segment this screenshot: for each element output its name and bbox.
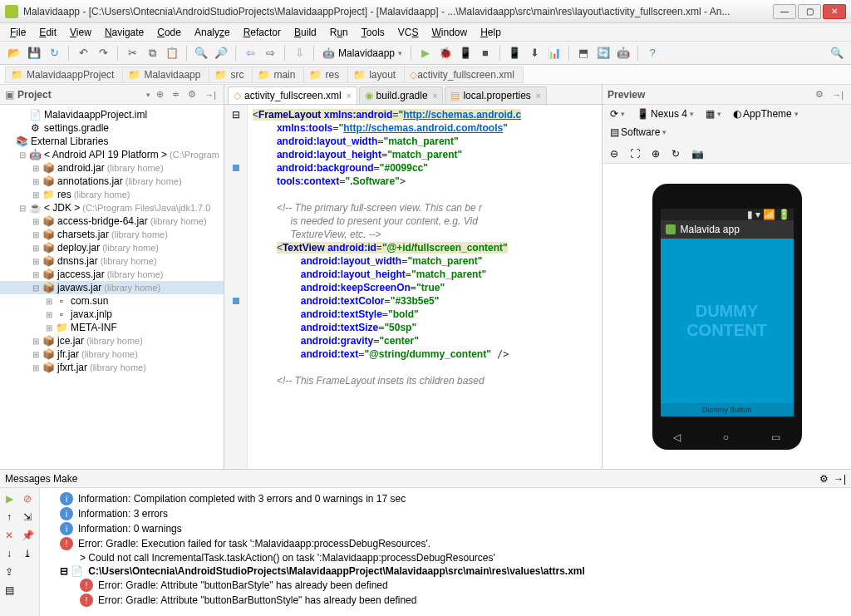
tree-item[interactable]: ⊞▫com.sun: [0, 294, 224, 308]
menu-code[interactable]: Code: [150, 25, 188, 40]
sync2-icon[interactable]: 🔄: [594, 44, 612, 62]
stop-icon[interactable]: ■: [476, 44, 494, 62]
rerun-icon[interactable]: ▶: [2, 491, 17, 506]
pin-icon[interactable]: 📌: [20, 528, 35, 543]
error-filter-icon[interactable]: ⊘: [20, 491, 35, 506]
tree-item[interactable]: ⊞📦deploy.jar(library home): [0, 241, 224, 254]
crumb-layout[interactable]: 📁layout: [347, 67, 405, 83]
hide-icon[interactable]: →|: [834, 473, 846, 485]
crumb-project[interactable]: 📁MalavidaappProject: [5, 67, 123, 83]
tree-item[interactable]: ⊞▫javax.jnlp: [0, 308, 224, 321]
avd-icon[interactable]: 📱: [505, 44, 524, 62]
tree-item[interactable]: ⊞📦dnsns.jar(library home): [0, 254, 224, 268]
hide-icon[interactable]: →|: [202, 90, 219, 100]
screenshot-icon[interactable]: 📷: [687, 146, 708, 161]
minimize-button[interactable]: —: [773, 4, 796, 19]
theme-dropdown[interactable]: ◐ AppTheme: [729, 106, 803, 121]
code-editor[interactable]: ⊟ <FrameLayout xmlns:android="http://sch…: [224, 105, 602, 469]
menu-help[interactable]: Help: [474, 25, 508, 40]
color-swatch-icon[interactable]: [233, 298, 239, 304]
tree-item[interactable]: ⊞📁res(library home): [0, 188, 224, 201]
debug-icon[interactable]: 🐞: [436, 44, 455, 62]
expand-icon[interactable]: ⇲: [20, 510, 35, 525]
zoom-in-icon[interactable]: ⊕: [647, 146, 664, 161]
find-icon[interactable]: 🔍: [192, 44, 210, 62]
hide-icon[interactable]: →|: [829, 90, 846, 100]
message-row[interactable]: iInformation: Compilation completed with…: [43, 491, 848, 506]
tab-build-gradle[interactable]: ◉build.gradle×: [359, 86, 444, 104]
make-icon[interactable]: ⇩: [290, 44, 308, 62]
android2-icon[interactable]: 🤖: [614, 44, 632, 62]
crumb-file[interactable]: ◇ activity_fullscreen.xml: [404, 67, 524, 83]
crumb-module[interactable]: 📁Malavidaapp: [122, 67, 209, 83]
tree-item[interactable]: ⊞📦jaccess.jar(library home): [0, 268, 224, 281]
menu-navigate[interactable]: Navigate: [98, 25, 150, 40]
gear-icon[interactable]: ⚙: [819, 473, 829, 485]
project-tree[interactable]: 📄MalavidaappProject.iml⚙settings.gradle📚…: [0, 105, 224, 469]
tree-item[interactable]: ⊞📦annotations.jar(library home): [0, 175, 224, 188]
message-row[interactable]: !Error: Gradle: Attribute "buttonBarButt…: [43, 593, 848, 608]
menu-run[interactable]: Run: [323, 25, 355, 40]
forward-icon[interactable]: ⇨: [261, 44, 279, 62]
undo-icon[interactable]: ↶: [74, 44, 92, 62]
close-tab-icon[interactable]: ×: [536, 91, 541, 101]
refresh-icon[interactable]: ↻: [667, 146, 684, 161]
menu-file[interactable]: File: [3, 25, 32, 40]
tree-item[interactable]: ⚙settings.gradle: [0, 121, 224, 135]
crumb-main[interactable]: 📁main: [252, 67, 304, 83]
menu-view[interactable]: View: [63, 25, 98, 40]
messages-tree[interactable]: iInformation: Compilation completed with…: [40, 488, 851, 616]
message-row[interactable]: !Error: Gradle: Execution failed for tas…: [43, 536, 848, 551]
zoom-out-icon[interactable]: ⊖: [606, 146, 622, 161]
open-icon[interactable]: 📂: [5, 44, 23, 62]
tree-item[interactable]: ⊞📦jfr.jar(library home): [0, 347, 224, 361]
close-tab-icon[interactable]: ×: [347, 91, 352, 101]
tab-activity-fullscreen[interactable]: ◇activity_fullscreen.xml×: [228, 86, 357, 104]
tree-item[interactable]: ⊞📦access-bridge-64.jar(library home): [0, 214, 224, 228]
code-content[interactable]: <FrameLayout xmlns:android="http://schem…: [248, 105, 602, 469]
redo-icon[interactable]: ↷: [94, 44, 112, 62]
zoom-fit-icon[interactable]: ⛶: [626, 146, 644, 161]
run-icon[interactable]: ▶: [416, 44, 435, 62]
monitor-icon[interactable]: 📊: [545, 44, 563, 62]
autoscroll-icon[interactable]: ⤓: [20, 546, 35, 561]
menu-vcs[interactable]: VCS: [391, 25, 426, 40]
gear-icon[interactable]: ⚙: [185, 89, 199, 100]
menu-tools[interactable]: Tools: [355, 25, 391, 40]
tree-item[interactable]: 📚External Libraries: [0, 135, 224, 148]
search-everywhere-icon[interactable]: 🔍: [828, 44, 846, 62]
tree-item[interactable]: 📄MalavidaappProject.iml: [0, 108, 224, 121]
tab-local-properties[interactable]: ▤local.properties×: [445, 86, 546, 104]
structure-icon[interactable]: ⬒: [574, 44, 593, 62]
tree-item[interactable]: ⊟☕< JDK >(C:\Program Files\Java\jdk1.7.0: [0, 201, 224, 214]
message-row[interactable]: > Could not call IncrementalTask.taskAct…: [43, 551, 848, 564]
tree-item[interactable]: ⊟🤖< Android API 19 Platform >(C:\Program: [0, 148, 224, 161]
copy-icon[interactable]: ⧉: [143, 44, 161, 62]
orientation-dropdown[interactable]: ⟳: [606, 106, 629, 121]
sdk-icon[interactable]: ⬇: [525, 44, 544, 62]
run-config-selector[interactable]: 🤖 Malavidaapp ▾: [319, 47, 406, 59]
menu-analyze[interactable]: Analyze: [188, 25, 237, 40]
message-row[interactable]: !Error: Gradle: Attribute "buttonBarStyl…: [43, 578, 848, 593]
export-icon[interactable]: ⇪: [2, 564, 17, 579]
close-button[interactable]: ✕: [823, 4, 846, 19]
prev-icon[interactable]: ↑: [2, 510, 17, 525]
sync-icon[interactable]: ↻: [45, 44, 63, 62]
api-dropdown[interactable]: ▦: [701, 106, 726, 121]
menu-build[interactable]: Build: [288, 25, 323, 40]
next-icon[interactable]: ↓: [2, 546, 17, 561]
help-icon[interactable]: ?: [643, 44, 662, 62]
collapse-icon[interactable]: ≑: [170, 89, 182, 100]
color-swatch-icon[interactable]: [233, 165, 239, 171]
stop-icon[interactable]: ✕: [2, 528, 17, 543]
scroll-from-icon[interactable]: ⊕: [154, 89, 166, 100]
gear-icon[interactable]: ⚙: [813, 89, 826, 100]
message-row[interactable]: iInformation: 3 errors: [43, 506, 848, 521]
save-icon[interactable]: 💾: [25, 44, 43, 62]
crumb-src[interactable]: 📁src: [209, 67, 253, 83]
message-row[interactable]: iInformation: 0 warnings: [43, 521, 848, 536]
activity-dropdown[interactable]: ▤ Software: [606, 125, 671, 140]
tree-item[interactable]: ⊞📦jfxrt.jar(library home): [0, 361, 224, 374]
close-tab-icon[interactable]: ×: [433, 91, 438, 101]
tree-item[interactable]: ⊞📦charsets.jar(library home): [0, 228, 224, 241]
